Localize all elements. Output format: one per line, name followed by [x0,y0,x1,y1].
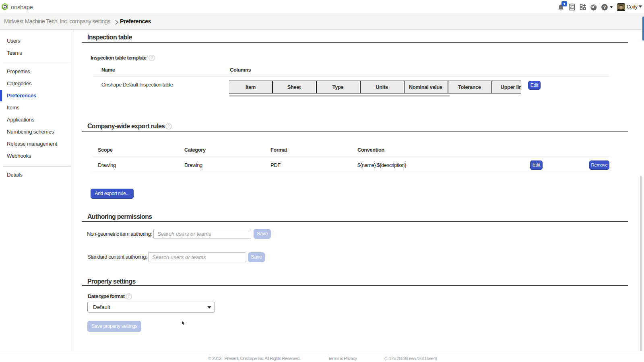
svg-text:?: ? [603,5,606,10]
